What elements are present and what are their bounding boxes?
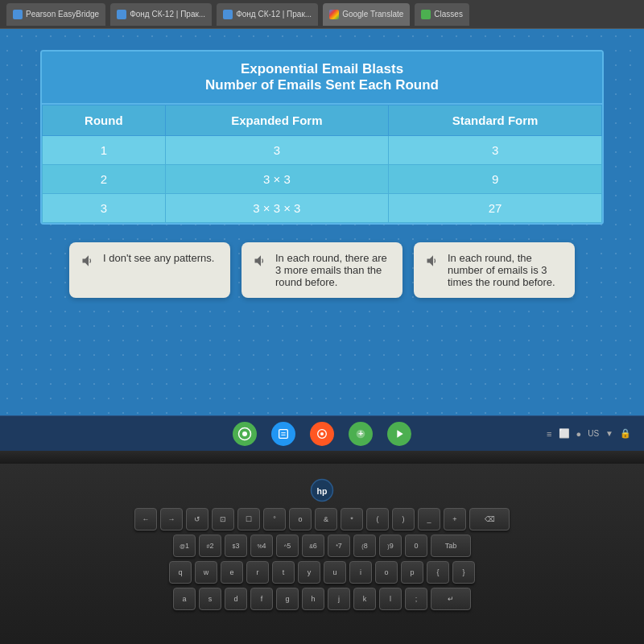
key-row-fn: ← → ↺ ⊡ ☐ ° o & * ( ) _ + ⌫ bbox=[28, 508, 616, 530]
speaker-icon-1 bbox=[80, 253, 97, 269]
key-5[interactable]: ^5 bbox=[276, 535, 299, 557]
key-l[interactable]: l bbox=[379, 588, 402, 610]
key-k[interactable]: k bbox=[353, 588, 376, 610]
speaker-icon-2 bbox=[253, 253, 269, 269]
answer-cards-container: I don't see any patterns. In each round,… bbox=[24, 242, 620, 298]
standard-3: 27 bbox=[389, 194, 602, 223]
round-2: 2 bbox=[43, 165, 166, 194]
key-2[interactable]: #2 bbox=[199, 535, 221, 557]
key-equals[interactable]: _ bbox=[418, 508, 440, 530]
key-t[interactable]: t bbox=[272, 561, 295, 584]
key-refresh[interactable]: ↺ bbox=[186, 508, 208, 530]
speaker-icon-3 bbox=[425, 253, 441, 269]
taskbar-wrapper: + ≡ ⬜ ● US ▼ 🔒 bbox=[0, 415, 644, 451]
taskbar-icon-add[interactable]: + bbox=[349, 422, 373, 446]
taskbar-icon-files[interactable] bbox=[271, 422, 295, 446]
key-q[interactable]: q bbox=[169, 561, 192, 584]
key-i[interactable]: i bbox=[349, 561, 372, 584]
tab-label: Фонд СК-12 | Прак... bbox=[236, 10, 312, 19]
key-vol-up[interactable]: ( bbox=[366, 508, 389, 530]
key-enter[interactable]: ↵ bbox=[431, 588, 471, 610]
key-fwd[interactable]: → bbox=[160, 508, 183, 530]
key-y[interactable]: y bbox=[298, 561, 320, 584]
key-tab[interactable]: Tab bbox=[431, 535, 471, 557]
key-fullscreen[interactable]: ⊡ bbox=[212, 508, 234, 530]
taskbar-icon-play[interactable] bbox=[387, 422, 411, 446]
chevron-down-icon: ▼ bbox=[605, 429, 613, 438]
key-e[interactable]: e bbox=[221, 561, 243, 584]
tab-fond2[interactable]: Фонд СК-12 | Прак... bbox=[217, 3, 318, 26]
tab-google-translate[interactable]: Google Translate bbox=[323, 3, 410, 26]
tab-label: Pearson EasyBridge bbox=[26, 10, 99, 19]
key-bright-up[interactable]: o bbox=[289, 508, 312, 530]
key-1[interactable]: @1 bbox=[173, 535, 196, 557]
svg-text:+: + bbox=[358, 428, 363, 438]
table-row: 1 3 3 bbox=[43, 136, 602, 165]
table-row: 3 3 × 3 × 3 27 bbox=[43, 194, 602, 223]
key-h[interactable]: h bbox=[302, 588, 324, 610]
fond1-icon bbox=[117, 10, 126, 19]
files-icon bbox=[277, 427, 290, 440]
system-tray: ≡ ⬜ ● US ▼ 🔒 bbox=[547, 428, 631, 439]
svg-point-9 bbox=[320, 432, 324, 436]
key-backspace[interactable]: ⌫ bbox=[469, 508, 510, 530]
key-row-asdf: a s d f g h j k l ; ↵ bbox=[28, 588, 616, 610]
key-mute[interactable]: & bbox=[315, 508, 337, 530]
key-semicolon[interactable]: ; bbox=[405, 588, 427, 610]
google-app-icon bbox=[316, 427, 328, 440]
key-d[interactable]: d bbox=[225, 588, 247, 610]
svg-marker-12 bbox=[397, 430, 402, 437]
svg-marker-0 bbox=[83, 255, 89, 266]
hp-logo: hp bbox=[310, 478, 334, 502]
key-a[interactable]: a bbox=[173, 588, 196, 610]
key-bracket-open[interactable]: { bbox=[427, 561, 449, 584]
standard-2: 9 bbox=[389, 165, 602, 194]
data-table: Round Expanded Form Standard Form 1 3 3 … bbox=[42, 105, 602, 223]
play-icon bbox=[393, 427, 406, 440]
tab-label: Classes bbox=[434, 10, 463, 19]
taskbar-icon-chrome[interactable] bbox=[233, 422, 257, 446]
key-9[interactable]: )9 bbox=[379, 535, 402, 557]
key-p[interactable]: p bbox=[401, 561, 423, 584]
pearson-icon bbox=[13, 10, 23, 19]
svg-text:hp: hp bbox=[317, 486, 328, 496]
key-plus[interactable]: + bbox=[444, 508, 466, 530]
key-row-numbers: @1 #2 $3 %4 ^5 &6 *7 (8 )9 0 Tab bbox=[28, 535, 616, 557]
key-g[interactable]: g bbox=[276, 588, 299, 610]
key-f[interactable]: f bbox=[250, 588, 273, 610]
round-3: 3 bbox=[43, 194, 166, 223]
key-dash[interactable]: ) bbox=[392, 508, 415, 530]
tab-label: Фонд СК-12 | Прак... bbox=[130, 10, 205, 19]
tab-pearson[interactable]: Pearson EasyBridge bbox=[6, 3, 105, 26]
key-j[interactable]: j bbox=[328, 588, 350, 610]
answer-card-1[interactable]: I don't see any patterns. bbox=[69, 242, 230, 298]
key-back[interactable]: ← bbox=[134, 508, 157, 530]
key-8[interactable]: (8 bbox=[353, 535, 376, 557]
key-7[interactable]: *7 bbox=[328, 535, 350, 557]
taskbar-icon-google[interactable] bbox=[310, 422, 334, 446]
key-window[interactable]: ☐ bbox=[237, 508, 260, 530]
answer-card-3[interactable]: In each round, the number of emails is 3… bbox=[414, 242, 575, 298]
answer-card-2[interactable]: In each round, there are 3 more emails t… bbox=[242, 242, 402, 298]
svg-point-4 bbox=[242, 431, 247, 436]
key-vol-down[interactable]: * bbox=[341, 508, 363, 530]
tab-fond1[interactable]: Фонд СК-12 | Прак... bbox=[110, 3, 212, 26]
tab-classes[interactable]: Classes bbox=[415, 3, 469, 26]
col-round: Round bbox=[43, 105, 166, 136]
key-r[interactable]: r bbox=[246, 561, 269, 584]
key-w[interactable]: w bbox=[195, 561, 217, 584]
tab-label: Google Translate bbox=[342, 10, 403, 19]
key-0[interactable]: 0 bbox=[405, 535, 427, 557]
locale-label: US bbox=[588, 429, 599, 438]
key-4[interactable]: %4 bbox=[250, 535, 273, 557]
key-bracket-close[interactable]: } bbox=[452, 561, 475, 584]
key-s[interactable]: s bbox=[199, 588, 221, 610]
key-3[interactable]: $3 bbox=[225, 535, 247, 557]
round-1: 1 bbox=[43, 136, 166, 165]
key-o[interactable]: o bbox=[375, 561, 398, 584]
svg-marker-1 bbox=[255, 255, 262, 266]
key-bright-down[interactable]: ° bbox=[263, 508, 286, 530]
laptop-hinge bbox=[0, 451, 644, 464]
key-u[interactable]: u bbox=[324, 561, 346, 584]
key-6[interactable]: &6 bbox=[302, 535, 324, 557]
